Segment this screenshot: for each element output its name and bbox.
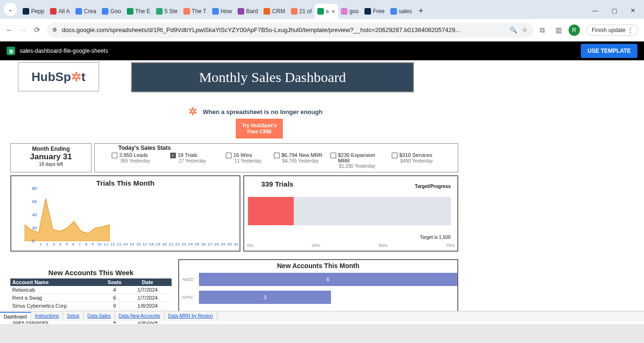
progress-title: 339 Trials: [261, 180, 293, 188]
month-ending-box: Month Ending January 31 18 days left: [10, 143, 91, 172]
sheet-tab[interactable]: Data-New Accounts: [115, 312, 165, 321]
stat-item: $6,794 New MRR$4,765 Yesterday: [274, 152, 322, 163]
browser-tab[interactable]: 5 Ste: [153, 4, 181, 19]
stat-item: ✓18 Trials27 Yesterday: [170, 152, 206, 163]
sheet-tab[interactable]: Dashboard: [0, 312, 31, 321]
table-header: Account Name Seats Date: [10, 278, 172, 286]
checkbox-icon[interactable]: [112, 153, 117, 158]
url-text: docs.google.com/spreadsheets/d/1Rt_Pd9Vd…: [62, 26, 505, 33]
checkbox-icon[interactable]: [274, 153, 280, 158]
browser-tab[interactable]: CRM: [261, 4, 288, 19]
sheet-tab[interactable]: Data-Sales: [83, 312, 115, 321]
bar-title: New Accounts This Month: [179, 262, 457, 270]
bar-row: APAC3: [182, 289, 457, 305]
trials-area-chart: Trials This Month 1234567891011121314151…: [10, 175, 240, 252]
stat-item: $230 Expansion MRR$1,280 Yesterday: [330, 152, 376, 169]
browser-tab[interactable]: sales: [388, 4, 415, 19]
chart-title: Trials This Month: [11, 179, 239, 187]
table-row: Sirius Cybernetics Corp81/8/2024: [10, 302, 172, 310]
finish-update-label: Finish update: [592, 27, 626, 33]
pct-ticks: 0%25%50%75%: [247, 243, 454, 248]
hubspot-word: HubSp: [32, 70, 71, 84]
forward-button[interactable]: →: [20, 26, 27, 34]
bookmark-icon[interactable]: ☆: [522, 26, 528, 33]
browser-tab[interactable]: The T: [181, 4, 209, 19]
stat-item: $310 Services$490 Yesterday: [392, 152, 433, 163]
browser-tab[interactable]: Goo: [99, 4, 124, 19]
tab-search-button[interactable]: ⌄: [4, 3, 17, 16]
zoom-icon[interactable]: 🔍: [510, 26, 517, 33]
checkbox-icon[interactable]: [226, 153, 231, 158]
new-accounts-bar-chart: New Accounts This Month ANZO6APAC3: [178, 259, 458, 316]
sidepanel-icon[interactable]: ▥: [555, 26, 562, 34]
extensions-icon[interactable]: ⧉: [540, 26, 545, 34]
browser-tab[interactable]: Crea: [73, 4, 99, 19]
browser-tab[interactable]: s×: [314, 4, 338, 19]
hubspot-logo: HubSp✲t: [18, 62, 99, 91]
profile-avatar[interactable]: R: [569, 24, 580, 36]
table-row: Rent a Swag61/7/2024: [10, 294, 172, 302]
browser-tab[interactable]: How: [209, 4, 235, 19]
document-title: sales-dashboard-file-google-sheets: [20, 48, 108, 54]
checkbox-icon[interactable]: ✓: [170, 153, 176, 158]
sheet-tab[interactable]: Instructions: [31, 312, 63, 321]
sheet-tab[interactable]: Data-MRR by Region: [165, 312, 217, 321]
os-taskbar: [0, 324, 644, 343]
progress-corner: Target/Progress: [415, 184, 451, 189]
browser-tab[interactable]: Pepp: [20, 4, 47, 19]
sprocket-icon: ✲: [189, 106, 197, 118]
browser-tab[interactable]: goo: [338, 4, 362, 19]
month-sub: 18 days left: [11, 162, 91, 167]
progress-track: [248, 197, 451, 225]
new-tab-button[interactable]: +: [415, 6, 427, 19]
back-button[interactable]: ←: [6, 26, 13, 34]
table-row: Relaxicab41/7/2024: [10, 286, 172, 294]
todays-stats-box: Today's Sales Stats 2,850 Leads365 Yeste…: [94, 143, 458, 172]
kebab-icon: ⋮: [627, 27, 633, 33]
x-axis-ticks: 1234567891011121314151617181920212223242…: [39, 242, 238, 246]
browser-tab[interactable]: Bard: [235, 4, 261, 19]
try-crm-button[interactable]: Try HubSpot's Free CRM: [236, 119, 283, 139]
dashboard-title: Monthly Sales Dashboard: [131, 62, 414, 92]
browser-tab[interactable]: All A: [47, 4, 73, 19]
stats-header: Today's Sales Stats: [118, 145, 171, 151]
window-controls: ― ▢ ✕: [592, 7, 644, 19]
close-tab-icon[interactable]: ×: [331, 8, 335, 15]
checkbox-icon[interactable]: [330, 153, 336, 158]
tagline-text: When a spreadsheet is no longer enough: [203, 108, 322, 115]
stat-item: 16 Wins11 Yesterday: [226, 152, 262, 163]
month-value: January 31: [11, 152, 91, 162]
reload-button[interactable]: ⟳: [34, 25, 40, 34]
bar-row: ANZO6: [182, 271, 457, 287]
sheet-tab[interactable]: Setup: [63, 312, 83, 321]
sheets-icon: ▦: [7, 47, 15, 55]
browser-tab[interactable]: 21 of: [288, 4, 315, 19]
template-appbar: ▦ sales-dashboard-file-google-sheets USE…: [0, 41, 644, 60]
stat-item: 2,850 Leads365 Yesterday: [112, 152, 150, 163]
minimize-icon[interactable]: ―: [592, 7, 598, 14]
spreadsheet-canvas[interactable]: HubSp✲t Monthly Sales Dashboard ✲ When a…: [0, 60, 644, 324]
browser-toolbar: ← → ⟳ ⚙ docs.google.com/spreadsheets/d/1…: [0, 19, 644, 41]
tagline-row: ✲ When a spreadsheet is no longer enough: [189, 106, 322, 118]
browser-tab[interactable]: Free: [362, 4, 388, 19]
browser-tabstrip: ⌄ PeppAll ACreaGooThe E5 SteThe THowBard…: [0, 0, 644, 19]
area-plot: [25, 188, 237, 241]
site-info-icon[interactable]: ⚙: [52, 27, 57, 33]
address-bar[interactable]: ⚙ docs.google.com/spreadsheets/d/1Rt_Pd9…: [47, 23, 533, 38]
use-template-button[interactable]: USE TEMPLATE: [581, 44, 637, 58]
sheet-tabs: DashboardInstructionsSetupData-SalesData…: [0, 311, 644, 321]
target-label: Target is 1,500: [420, 235, 451, 240]
progress-fill: [248, 197, 294, 225]
sprocket-icon: ✲: [71, 70, 82, 84]
trials-progress-box: 339 Trials Target/Progress Target is 1,5…: [243, 175, 458, 252]
close-icon[interactable]: ✕: [630, 7, 636, 14]
browser-tab[interactable]: The E: [124, 4, 153, 19]
svg-marker-0: [25, 198, 109, 241]
checkbox-icon[interactable]: [392, 153, 397, 158]
month-label: Month Ending: [11, 146, 91, 152]
accounts-title: New Accounts This Week: [10, 259, 172, 278]
finish-update-button[interactable]: Finish update ⋮: [586, 24, 638, 36]
maximize-icon[interactable]: ▢: [611, 7, 617, 14]
